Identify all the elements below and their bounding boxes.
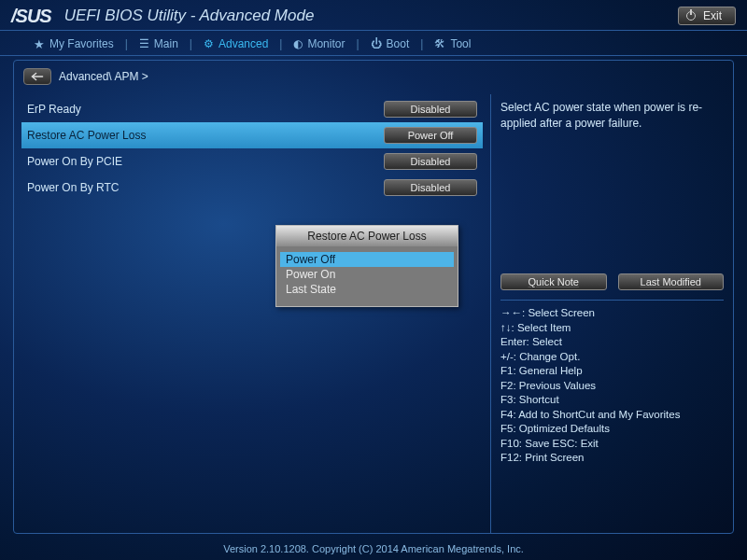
settings-list: ErP Ready Disabled Restore AC Power Loss… <box>14 94 490 533</box>
hint-line: Enter: Select <box>500 335 724 350</box>
popup-title: Restore AC Power Loss <box>276 226 458 246</box>
hint-line: F12: Print Screen <box>500 451 724 466</box>
key-hints: →←: Select Screen ↑↓: Select Item Enter:… <box>500 300 724 466</box>
back-button[interactable] <box>23 68 51 85</box>
popup-option[interactable]: Power On <box>280 267 454 282</box>
content-frame: Advanced\ APM > ErP Ready Disabled Resto… <box>13 60 734 534</box>
setting-label: Power On By PCIE <box>21 155 384 168</box>
tab-monitor[interactable]: ◐ Monitor <box>286 37 352 50</box>
hint-line: →←: Select Screen <box>500 306 724 321</box>
header-bar: /SUS UEFI BIOS Utility - Advanced Mode E… <box>0 0 747 30</box>
dropdown-popup: Restore AC Power Loss Power Off Power On… <box>275 225 458 307</box>
tab-boot[interactable]: ⏻ Boot <box>363 37 417 50</box>
tab-label: Main <box>154 37 178 50</box>
popup-option[interactable]: Power Off <box>280 252 454 267</box>
hint-line: F3: Shortcut <box>500 393 724 408</box>
help-pane: Select AC power state when power is re-a… <box>490 94 733 533</box>
setting-row-rtc[interactable]: Power On By RTC Disabled <box>21 175 483 201</box>
hint-line: +/-: Change Opt. <box>500 350 724 365</box>
breadcrumb: Advanced\ APM > <box>14 61 733 92</box>
gear-icon: ⚙ <box>204 37 214 50</box>
setting-label: Power On By RTC <box>21 181 384 194</box>
footer-text: Version 2.10.1208. Copyright (C) 2014 Am… <box>0 543 747 554</box>
tab-main[interactable]: ☰ Main <box>132 37 186 50</box>
tab-advanced[interactable]: ⚙ Advanced <box>196 37 275 50</box>
breadcrumb-text: Advanced\ APM > <box>59 70 148 83</box>
page-title: UEFI BIOS Utility - Advanced Mode <box>64 7 315 25</box>
tab-label: My Favorites <box>49 37 114 50</box>
value-button[interactable]: Disabled <box>384 179 477 196</box>
value-button[interactable]: Disabled <box>384 101 477 118</box>
setting-label: ErP Ready <box>21 103 384 116</box>
star-icon: ★ <box>34 37 45 51</box>
exit-button[interactable]: Exit <box>678 7 736 25</box>
setting-row-erp[interactable]: ErP Ready Disabled <box>21 96 483 122</box>
power-icon <box>686 11 696 21</box>
tab-tool[interactable]: 🛠 Tool <box>427 37 478 50</box>
tab-bar: ★ My Favorites | ☰ Main | ⚙ Advanced | ◐… <box>0 30 747 56</box>
tab-label: Boot <box>387 37 410 50</box>
tab-label: Advanced <box>218 37 268 50</box>
help-text: Select AC power state when power is re-a… <box>500 100 724 268</box>
value-button[interactable]: Power Off <box>384 127 477 144</box>
tool-icon: 🛠 <box>434 37 445 50</box>
quick-note-button[interactable]: Quick Note <box>500 273 607 290</box>
tab-favorites[interactable]: ★ My Favorites <box>26 37 121 51</box>
monitor-icon: ◐ <box>293 37 303 50</box>
setting-row-pcie[interactable]: Power On By PCIE Disabled <box>21 148 483 175</box>
hint-line: F4: Add to ShortCut and My Favorites <box>500 408 724 423</box>
popup-option[interactable]: Last State <box>280 282 454 297</box>
hint-line: F2: Previous Values <box>500 379 724 394</box>
back-arrow-icon <box>31 72 44 81</box>
value-button[interactable]: Disabled <box>384 153 477 170</box>
brand-logo: /SUS <box>11 6 51 27</box>
power-icon: ⏻ <box>371 37 382 50</box>
exit-label: Exit <box>703 9 722 22</box>
tab-label: Tool <box>450 37 471 50</box>
list-icon: ☰ <box>139 37 149 50</box>
hint-line: F10: Save ESC: Exit <box>500 437 724 452</box>
setting-label: Restore AC Power Loss <box>21 129 384 142</box>
hint-line: ↑↓: Select Item <box>500 321 724 336</box>
hint-line: F1: General Help <box>500 364 724 379</box>
last-modified-button[interactable]: Last Modified <box>618 273 725 290</box>
tab-label: Monitor <box>307 37 345 50</box>
setting-row-restore-ac[interactable]: Restore AC Power Loss Power Off <box>21 122 483 148</box>
hint-line: F5: Optimized Defaults <box>500 422 724 437</box>
